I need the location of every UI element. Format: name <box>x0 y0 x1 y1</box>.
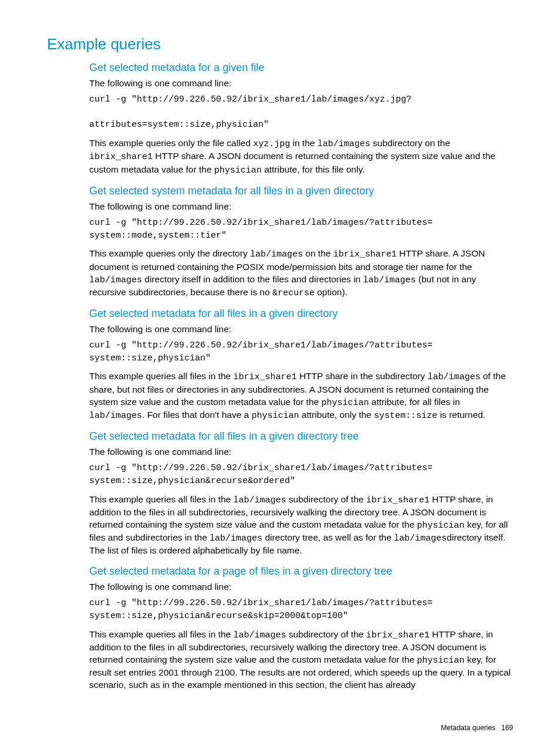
description: This example queries all files in the ib… <box>89 370 513 422</box>
lead-text: The following is one command line: <box>89 323 513 336</box>
desc-text: directory tree, as well as for the <box>262 532 394 542</box>
inline-code: physician <box>417 521 464 531</box>
page: Example queries Get selected metadata fo… <box>0 0 560 746</box>
inline-code: ibrix_share1 <box>333 249 397 259</box>
content-body: Get selected metadata for a given file T… <box>89 62 513 691</box>
desc-text: on the <box>303 248 333 258</box>
page-footer: Metadata queries 169 <box>441 724 513 732</box>
description: This example queries only the directory … <box>89 248 513 299</box>
page-title: Example queries <box>47 35 513 53</box>
section-heading: Get selected metadata for a page of file… <box>89 565 513 578</box>
desc-text: attribute, for all files in <box>369 397 460 407</box>
inline-code: physician <box>214 166 262 175</box>
desc-text: . For files that don't have a <box>142 410 251 420</box>
section-heading: Get selected metadata for all files in a… <box>89 308 513 320</box>
inline-code: lab/images <box>394 534 447 544</box>
description: This example queries all files in the la… <box>89 629 513 691</box>
page-number: 169 <box>501 724 513 732</box>
desc-text: option). <box>315 287 348 297</box>
inline-code: lab/images <box>250 249 303 259</box>
inline-code: lab/images <box>234 630 286 640</box>
inline-code: lab/images <box>89 275 142 285</box>
footer-section: Metadata queries <box>441 724 495 732</box>
inline-code: ibrix_share1 <box>366 630 430 640</box>
inline-code: lab/images <box>234 495 286 505</box>
desc-text: in the <box>290 138 318 148</box>
lead-text: The following is one command line: <box>89 77 513 90</box>
inline-code: physician <box>321 398 369 408</box>
section-heading: Get selected metadata for all files in a… <box>89 430 513 443</box>
desc-text: subdirectory on the <box>370 138 450 148</box>
desc-text: This example queries all files in the <box>89 494 234 504</box>
code-block: curl -g "http://99.226.50.92/ibrix_share… <box>89 217 513 242</box>
inline-code: lab/images <box>89 411 142 421</box>
desc-text: is returned. <box>437 410 485 420</box>
code-block: curl -g "http://99.226.50.92/ibrix_share… <box>89 462 513 488</box>
desc-text: subdirectory of the <box>286 629 366 639</box>
inline-code: physician <box>417 656 464 666</box>
desc-text: subdirectory of the <box>286 494 366 504</box>
desc-text: attribute, only the <box>299 410 375 420</box>
lead-text: The following is one command line: <box>89 581 513 593</box>
inline-code: &recurse <box>272 288 315 298</box>
code-block: curl -g "http://99.226.50.92/ibrix_share… <box>89 339 513 365</box>
code-block: curl -g "http://99.226.50.92/ibrix_share… <box>89 597 513 623</box>
inline-code: lab/images <box>318 139 370 149</box>
desc-text: directory itself in addition to the file… <box>142 274 363 284</box>
description: This example queries all files in the la… <box>89 494 513 558</box>
desc-text: This example queries all files in the <box>89 629 234 639</box>
desc-text: This example queries all files in the <box>89 371 234 381</box>
description: This example queries only the file calle… <box>89 137 513 177</box>
inline-code: ibrix_share1 <box>366 495 430 505</box>
section-heading: Get selected system metadata for all fil… <box>89 185 513 197</box>
desc-text: HTTP share in the subdirectory <box>297 371 428 381</box>
lead-text: The following is one command line: <box>89 446 513 458</box>
inline-code: ibrix_share1 <box>89 152 153 162</box>
desc-text: This example queries only the file calle… <box>89 138 253 148</box>
code-block: curl -g "http://99.226.50.92/ibrix_share… <box>89 93 513 131</box>
inline-code: lab/images <box>363 275 416 285</box>
desc-text: This example queries only the directory <box>89 248 250 258</box>
inline-code: lab/images <box>427 372 480 382</box>
inline-code: ibrix_share1 <box>234 372 297 382</box>
inline-code: system::size <box>374 411 437 421</box>
inline-code: physician <box>252 411 299 421</box>
inline-code: xyz.jpg <box>253 139 290 149</box>
desc-text: attribute, for this file only. <box>262 164 365 174</box>
section-heading: Get selected metadata for a given file <box>89 62 513 74</box>
lead-text: The following is one command line: <box>89 201 513 213</box>
inline-code: lab/images <box>210 534 262 544</box>
